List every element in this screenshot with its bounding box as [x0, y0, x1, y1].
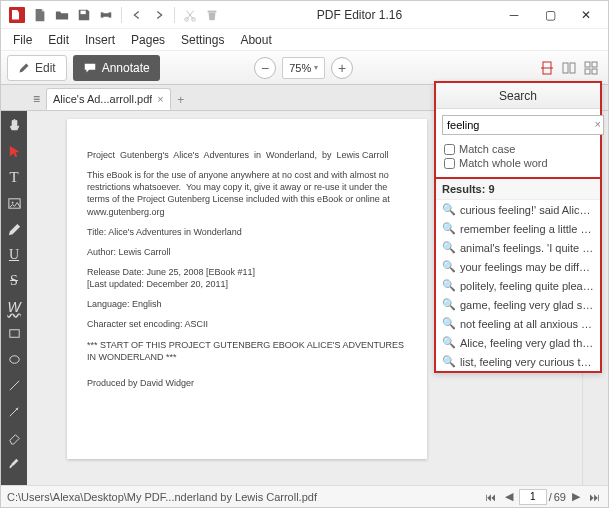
- close-button[interactable]: ✕: [568, 1, 604, 29]
- svg-rect-17: [9, 329, 18, 337]
- search-input[interactable]: [442, 115, 604, 135]
- menu-pages[interactable]: Pages: [123, 31, 173, 49]
- first-page-button[interactable]: ⏮: [483, 489, 499, 505]
- ellipse-tool-icon[interactable]: [4, 349, 24, 369]
- search-result-item[interactable]: 🔍animal's feelings. 'I quite forgo...: [436, 238, 600, 257]
- pencil-tool-icon[interactable]: [4, 219, 24, 239]
- grid-view-icon[interactable]: [580, 57, 602, 79]
- chevron-down-icon: ▾: [314, 63, 318, 72]
- menu-edit[interactable]: Edit: [40, 31, 77, 49]
- prev-page-button[interactable]: ◀: [501, 489, 517, 505]
- result-icon: 🔍: [442, 298, 456, 311]
- cut-icon[interactable]: [179, 4, 201, 26]
- svg-rect-10: [570, 63, 575, 73]
- svg-rect-14: [592, 69, 597, 74]
- arrow-tool-icon[interactable]: [4, 401, 24, 421]
- result-icon: 🔍: [442, 317, 456, 330]
- search-result-item[interactable]: 🔍curious feeling!' said Alice; 'I m...: [436, 200, 600, 219]
- redo-icon[interactable]: [148, 4, 170, 26]
- search-panel-title: Search: [436, 83, 600, 109]
- menu-file[interactable]: File: [5, 31, 40, 49]
- open-icon[interactable]: [51, 4, 73, 26]
- doc-line: Author: Lewis Carroll: [87, 246, 407, 258]
- menu-bar: File Edit Insert Pages Settings About: [1, 29, 608, 51]
- zoom-out-button[interactable]: −: [254, 57, 276, 79]
- search-result-item[interactable]: 🔍game, feeling very glad she ha...: [436, 295, 600, 314]
- menu-about[interactable]: About: [232, 31, 279, 49]
- result-icon: 🔍: [442, 222, 456, 235]
- print-icon[interactable]: [95, 4, 117, 26]
- tab-add-button[interactable]: +: [171, 90, 191, 110]
- page-total: 69: [554, 491, 566, 503]
- document-tab[interactable]: Alice's Ad...arroll.pdf ×: [46, 88, 171, 110]
- search-result-item[interactable]: 🔍remember feeling a little differ...: [436, 219, 600, 238]
- match-whole-word-checkbox[interactable]: Match whole word: [444, 157, 592, 169]
- document-page: Project Gutenberg's Alice's Adventures i…: [67, 119, 427, 459]
- wavy-tool-icon[interactable]: W: [4, 297, 24, 317]
- strikeout-tool-icon[interactable]: S: [4, 271, 24, 291]
- single-page-icon[interactable]: [536, 57, 558, 79]
- window-title: PDF Editor 1.16: [223, 8, 496, 22]
- delete-icon[interactable]: [201, 4, 223, 26]
- menu-settings[interactable]: Settings: [173, 31, 232, 49]
- underline-tool-icon[interactable]: U: [4, 245, 24, 265]
- eraser-tool-icon[interactable]: [4, 427, 24, 447]
- svg-point-16: [11, 201, 13, 203]
- doc-line: Language: English: [87, 298, 407, 310]
- file-path: C:\Users\Alexa\Desktop\My PDF...nderland…: [7, 491, 483, 503]
- zoom-in-button[interactable]: +: [331, 57, 353, 79]
- zoom-controls: − 75%▾ +: [254, 57, 353, 79]
- select-tool-icon[interactable]: [4, 141, 24, 161]
- search-result-item[interactable]: 🔍Alice, feeling very glad that it ...: [436, 333, 600, 352]
- edit-mode-button[interactable]: Edit: [7, 55, 67, 81]
- text-tool-icon[interactable]: T: [4, 167, 24, 187]
- result-icon: 🔍: [442, 241, 456, 254]
- svg-rect-11: [585, 62, 590, 67]
- next-page-button[interactable]: ▶: [568, 489, 584, 505]
- result-icon: 🔍: [442, 260, 456, 273]
- save-icon[interactable]: [73, 4, 95, 26]
- svg-rect-13: [585, 69, 590, 74]
- two-page-icon[interactable]: [558, 57, 580, 79]
- undo-icon[interactable]: [126, 4, 148, 26]
- search-results-header: Results: 9: [436, 179, 600, 200]
- doc-line: Release Date: June 25, 2008 [EBook #11] …: [87, 266, 407, 290]
- svg-line-19: [9, 380, 18, 389]
- svg-rect-6: [208, 10, 217, 12]
- match-case-checkbox[interactable]: Match case: [444, 143, 592, 155]
- svg-rect-3: [103, 16, 108, 20]
- result-icon: 🔍: [442, 279, 456, 292]
- doc-line: Produced by David Widger: [87, 377, 407, 389]
- doc-line: *** START OF THIS PROJECT GUTENBERG EBOO…: [87, 339, 407, 363]
- clear-search-icon[interactable]: ×: [595, 118, 601, 130]
- tab-menu-icon[interactable]: ≡: [33, 92, 40, 106]
- annotate-label: Annotate: [102, 61, 150, 75]
- line-tool-icon[interactable]: [4, 375, 24, 395]
- search-result-item[interactable]: 🔍politely, feeling quite pleased t...: [436, 276, 600, 295]
- minimize-button[interactable]: ─: [496, 1, 532, 29]
- brush-tool-icon[interactable]: [4, 453, 24, 473]
- mode-bar: Edit Annotate − 75%▾ +: [1, 51, 608, 85]
- image-tool-icon[interactable]: [4, 193, 24, 213]
- annotate-mode-button[interactable]: Annotate: [73, 55, 160, 81]
- new-file-icon[interactable]: [29, 4, 51, 26]
- hand-tool-icon[interactable]: [4, 115, 24, 135]
- page-sep: /: [549, 491, 552, 503]
- search-result-item[interactable]: 🔍list, feeling very curious to see ...: [436, 352, 600, 371]
- menu-insert[interactable]: Insert: [77, 31, 123, 49]
- search-result-item[interactable]: 🔍your feelings may be different,...: [436, 257, 600, 276]
- zoom-value[interactable]: 75%▾: [282, 57, 325, 79]
- search-result-item[interactable]: 🔍not feeling at all anxious to ha...: [436, 314, 600, 333]
- doc-line: Character set encoding: ASCII: [87, 318, 407, 330]
- maximize-button[interactable]: ▢: [532, 1, 568, 29]
- result-icon: 🔍: [442, 336, 456, 349]
- app-icon: [9, 7, 25, 23]
- rectangle-tool-icon[interactable]: [4, 323, 24, 343]
- comment-icon: [83, 61, 97, 75]
- page-number-input[interactable]: [519, 489, 547, 505]
- tab-close-icon[interactable]: ×: [157, 93, 163, 105]
- separator: [174, 7, 175, 23]
- last-page-button[interactable]: ⏭: [586, 489, 602, 505]
- status-bar: C:\Users\Alexa\Desktop\My PDF...nderland…: [1, 485, 608, 507]
- doc-line: This eBook is for the use of anyone anyw…: [87, 169, 407, 218]
